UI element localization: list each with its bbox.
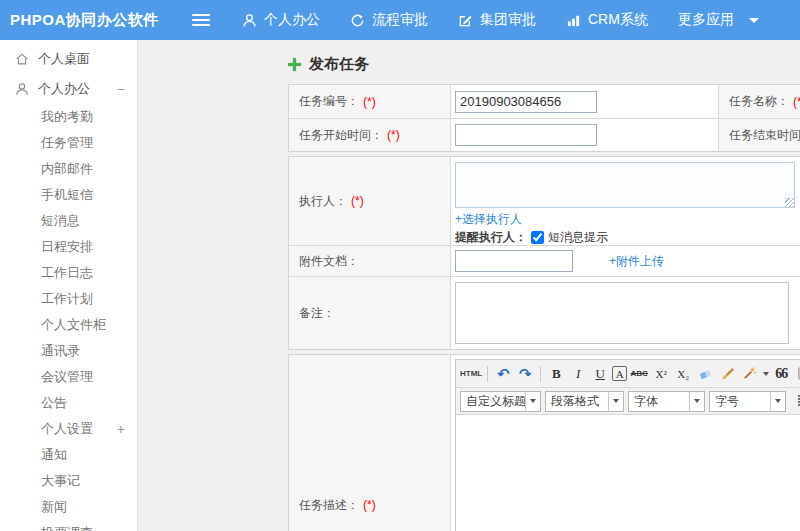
editor-content-area[interactable]	[456, 415, 800, 531]
select-executor-link[interactable]: +选择执行人	[455, 211, 522, 228]
font-style-button[interactable]: A	[612, 366, 627, 381]
executor-textarea[interactable]	[455, 162, 795, 208]
collapse-icon[interactable]: −	[117, 81, 125, 97]
sidebar-item-meeting-management[interactable]: 会议管理	[0, 364, 137, 390]
sidebar-item-notice[interactable]: 通知	[0, 442, 137, 468]
sidebar-item-label: 个人办公	[38, 80, 90, 98]
nav-group-approval[interactable]: 集团审批	[458, 11, 536, 29]
sidebar-item-contacts[interactable]: 通讯录	[0, 338, 137, 364]
sidebar-item-label: 新闻	[41, 498, 67, 516]
sidebar-item-label: 个人文件柜	[41, 316, 106, 334]
start-time-input[interactable]	[455, 124, 597, 146]
expand-icon[interactable]: +	[117, 421, 125, 437]
align-left-icon[interactable]	[796, 392, 800, 410]
alignment-buttons	[796, 392, 800, 410]
executor-label: 执行人：(*)	[289, 157, 451, 245]
sidebar-item-label: 会议管理	[41, 368, 93, 386]
required-mark: (*)	[363, 498, 376, 512]
editor-toolbar-row2: 自定义标题 段落格式 字体	[456, 388, 800, 415]
sidebar-item-label: 日程安排	[41, 238, 93, 256]
sidebar-item-personal-files[interactable]: 个人文件柜	[0, 312, 137, 338]
sidebar-item-label: 大事记	[41, 472, 80, 490]
sidebar-item-personal-desktop[interactable]: 个人桌面	[0, 44, 137, 74]
form-row-executor: 执行人：(*) +选择执行人 提醒执行人： 短消息提示	[289, 157, 800, 245]
caret-down-icon[interactable]	[763, 372, 769, 376]
add-task-icon	[288, 58, 301, 71]
superscript-button[interactable]: X²	[651, 364, 671, 384]
italic-button[interactable]: I	[568, 364, 588, 384]
sidebar-item-label: 通知	[41, 446, 67, 464]
paragraph-format-dropdown[interactable]: 段落格式	[545, 391, 624, 412]
required-mark: (*)	[793, 95, 800, 109]
redo-icon[interactable]: ↷	[515, 364, 535, 384]
sidebar-item-mobile-sms[interactable]: 手机短信	[0, 182, 137, 208]
format-brush-icon[interactable]	[717, 364, 737, 384]
nav-label: CRM系统	[588, 11, 648, 29]
form-row-attachment: 附件文档： +附件上传	[289, 245, 800, 276]
page-title: 发布任务	[288, 55, 800, 74]
nav-more-apps[interactable]: 更多应用	[678, 11, 759, 29]
sidebar-item-label: 短消息	[41, 212, 80, 230]
custom-heading-dropdown[interactable]: 自定义标题	[460, 391, 541, 412]
magic-wand-icon[interactable]	[739, 364, 759, 384]
sidebar-item-announcement[interactable]: 公告	[0, 390, 137, 416]
font-family-dropdown[interactable]: 字体	[628, 391, 705, 412]
end-time-label: 任务结束时间：(*)	[719, 119, 800, 151]
sms-remind-label: 短消息提示	[548, 229, 608, 246]
underline-button[interactable]: U	[590, 364, 610, 384]
user-icon	[242, 13, 257, 28]
subscript-button[interactable]: X₂	[673, 364, 693, 384]
task-number-label: 任务编号：(*)	[289, 85, 451, 118]
attachment-input[interactable]	[455, 250, 573, 272]
sidebar-item-my-attendance[interactable]: 我的考勤	[0, 104, 137, 130]
sidebar-item-work-log[interactable]: 工作日志	[0, 260, 137, 286]
sidebar-item-label: 投票调查	[41, 524, 93, 531]
nav-crm-system[interactable]: CRM系统	[566, 11, 648, 29]
sidebar-item-personal-settings[interactable]: 个人设置 +	[0, 416, 137, 442]
rich-text-editor: HTML ↶ ↷ B I U A ABC X² X₂	[455, 359, 800, 531]
nav-label: 个人办公	[264, 11, 320, 29]
sms-remind-checkbox[interactable]	[531, 231, 544, 244]
form-section-details: 执行人：(*) +选择执行人 提醒执行人： 短消息提示	[288, 156, 800, 350]
page-title-text: 发布任务	[309, 55, 369, 74]
paste-icon[interactable]: T	[793, 364, 800, 384]
toolbar-separator	[540, 366, 541, 382]
font-size-dropdown[interactable]: 字号	[709, 391, 786, 412]
attachment-upload-link[interactable]: +附件上传	[609, 253, 664, 270]
html-source-button[interactable]: HTML	[460, 364, 482, 384]
hamburger-menu-icon[interactable]	[192, 11, 210, 29]
nav-personal-office[interactable]: 个人办公	[242, 11, 320, 29]
flow-approval-icon	[350, 13, 365, 28]
form-row-remark: 备注：	[289, 276, 800, 349]
caret-down-icon	[608, 392, 623, 411]
description-label: 任务描述：(*)	[289, 355, 451, 531]
task-name-label: 任务名称：(*)	[719, 85, 800, 118]
caret-down-icon	[525, 392, 540, 411]
remind-executor-label: 提醒执行人：	[455, 229, 527, 246]
nav-label: 更多应用	[678, 11, 734, 29]
caret-down-icon	[689, 392, 704, 411]
task-number-input[interactable]	[455, 91, 597, 113]
undo-icon[interactable]: ↶	[493, 364, 513, 384]
bold-button[interactable]: B	[546, 364, 566, 384]
sidebar-item-label: 个人设置	[41, 420, 93, 438]
sidebar-item-work-plan[interactable]: 工作计划	[0, 286, 137, 312]
sidebar-item-label: 个人桌面	[38, 50, 90, 68]
sidebar-item-vote[interactable]: 投票调查	[0, 520, 137, 531]
blockquote-button[interactable]: 66	[771, 364, 791, 384]
sidebar-item-schedule[interactable]: 日程安排	[0, 234, 137, 260]
nav-workflow-approval[interactable]: 流程审批	[350, 11, 428, 29]
eraser-icon[interactable]	[695, 364, 715, 384]
sidebar-item-task-management[interactable]: 任务管理	[0, 130, 137, 156]
sidebar-item-personal-office[interactable]: 个人办公 −	[0, 74, 137, 104]
strikethrough-button[interactable]: ABC	[629, 364, 649, 384]
start-time-label: 任务开始时间：(*)	[289, 119, 451, 151]
toolbar-separator	[487, 366, 488, 382]
sidebar-item-label: 公告	[41, 394, 67, 412]
sidebar-item-news[interactable]: 新闻	[0, 494, 137, 520]
sidebar-item-short-message[interactable]: 短消息	[0, 208, 137, 234]
sidebar-item-memorabilia[interactable]: 大事记	[0, 468, 137, 494]
remark-textarea[interactable]	[455, 282, 789, 344]
sidebar-item-internal-mail[interactable]: 内部邮件	[0, 156, 137, 182]
resize-handle-icon[interactable]	[785, 198, 794, 207]
